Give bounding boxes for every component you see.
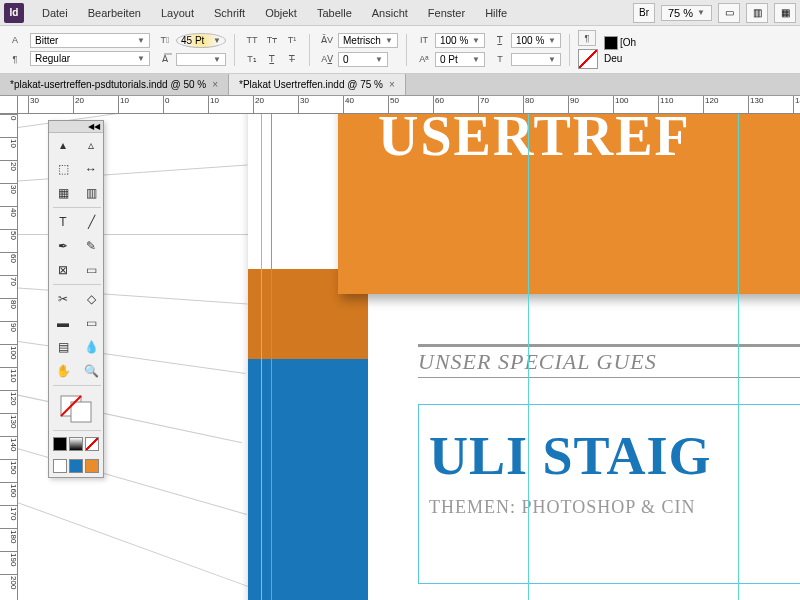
- bleed-view[interactable]: [85, 459, 99, 473]
- fill-swatch[interactable]: [604, 36, 618, 50]
- selection-tool[interactable]: ▴: [49, 133, 77, 157]
- font-family-value: Bitter: [35, 35, 58, 46]
- ruler-tick: 0: [163, 96, 169, 114]
- pen-tool[interactable]: ✒: [49, 234, 77, 258]
- ruler-tick: 130: [0, 413, 18, 428]
- tab-document-2[interactable]: *Plakat Usertreffen.indd @ 75 % ×: [229, 74, 406, 95]
- chevron-down-icon: ▼: [472, 36, 480, 45]
- baseline-dropdown[interactable]: 0 Pt▼: [435, 52, 485, 67]
- separator: [569, 34, 570, 66]
- ruler-origin[interactable]: [0, 96, 18, 114]
- subscript-icon[interactable]: T₁: [243, 51, 261, 67]
- ruler-tick: 20: [253, 96, 264, 114]
- type-tool[interactable]: T: [49, 210, 77, 234]
- vscale-dropdown[interactable]: 100 %▼: [435, 33, 485, 48]
- rectangle-frame-tool[interactable]: ⊠: [49, 258, 77, 282]
- view-mode-button[interactable]: ▭: [718, 3, 740, 23]
- tracking-icon: AV̲: [318, 51, 336, 67]
- separator: [309, 34, 310, 66]
- menubar: Id Datei Bearbeiten Layout Schrift Objek…: [0, 0, 800, 26]
- menu-hilfe[interactable]: Hilfe: [475, 7, 517, 19]
- strikethrough-icon[interactable]: T̶: [283, 51, 301, 67]
- canvas[interactable]: USERTREF 2013 UNSER SPECIAL GUES ULI STA…: [18, 114, 800, 600]
- bridge-button[interactable]: Br: [633, 3, 655, 23]
- kerning-dropdown[interactable]: Metrisch▼: [338, 33, 398, 48]
- note-tool[interactable]: ▤: [49, 335, 77, 359]
- ruler-tick: 100: [0, 344, 18, 359]
- fill-stroke-proxy[interactable]: [49, 388, 105, 428]
- panel-header[interactable]: ◀◀: [49, 121, 103, 133]
- separator: [234, 34, 235, 66]
- ruler-tick: 50: [0, 229, 18, 240]
- character-mode-icon[interactable]: A: [6, 32, 24, 48]
- fill-none-swatch[interactable]: [578, 49, 598, 69]
- apply-none[interactable]: [85, 437, 99, 451]
- menu-datei[interactable]: Datei: [32, 7, 78, 19]
- leading-dropdown[interactable]: ▼: [176, 53, 226, 66]
- preview-view[interactable]: [69, 459, 83, 473]
- screen-mode-button[interactable]: ▥: [746, 3, 768, 23]
- ruler-tick: 90: [568, 96, 579, 114]
- direct-selection-tool[interactable]: ▵: [77, 133, 105, 157]
- skew-dropdown[interactable]: ▼: [511, 53, 561, 66]
- zoom-level-dropdown[interactable]: 75 %▼: [661, 5, 712, 21]
- charstyle-icon[interactable]: ¶: [578, 30, 596, 46]
- apply-gradient[interactable]: [69, 437, 83, 451]
- tracking-dropdown[interactable]: 0▼: [338, 52, 388, 67]
- close-icon[interactable]: ×: [389, 79, 395, 90]
- menu-layout[interactable]: Layout: [151, 7, 204, 19]
- ruler-tick: 30: [28, 96, 39, 114]
- hscale-dropdown[interactable]: 100 %▼: [511, 33, 561, 48]
- tools-panel[interactable]: ◀◀ ▴ ▵ ⬚ ↔ ▦ ▥ T ╱ ✒ ✎ ⊠ ▭ ✂ ◇ ▬ ▭ ▤: [48, 120, 104, 478]
- gradient-feather-tool[interactable]: ▭: [77, 311, 105, 335]
- subheading[interactable]: UNSER SPECIAL GUES: [418, 344, 800, 378]
- pencil-tool[interactable]: ✎: [77, 234, 105, 258]
- close-icon[interactable]: ×: [212, 79, 218, 90]
- ruler-tick: 100: [613, 96, 628, 114]
- scissors-tool[interactable]: ✂: [49, 287, 77, 311]
- ruler-tick: 60: [0, 252, 18, 263]
- content-collector-tool[interactable]: ▦: [49, 181, 77, 205]
- text-frame[interactable]: ULI STAIG THEMEN: PHOTOSHOP & CIN: [418, 404, 800, 584]
- page-tool[interactable]: ⬚: [49, 157, 77, 181]
- gradient-swatch-tool[interactable]: ▬: [49, 311, 77, 335]
- guide-margin[interactable]: [271, 114, 272, 600]
- ruler-tick: 140: [0, 436, 18, 451]
- document-tabs: *plakat-usertreffen-psdtutorials.indd @ …: [0, 74, 800, 96]
- eyedropper-tool[interactable]: 💧: [77, 335, 105, 359]
- font-family-dropdown[interactable]: Bitter▼: [30, 33, 150, 48]
- font-style-dropdown[interactable]: Regular▼: [30, 51, 150, 66]
- rectangle-tool[interactable]: ▭: [77, 258, 105, 282]
- menu-bearbeiten[interactable]: Bearbeiten: [78, 7, 151, 19]
- free-transform-tool[interactable]: ◇: [77, 287, 105, 311]
- menu-schrift[interactable]: Schrift: [204, 7, 255, 19]
- guide-vertical[interactable]: [261, 114, 262, 600]
- superscript-icon[interactable]: T¹: [283, 32, 301, 48]
- smallcaps-icon[interactable]: Tᴛ: [263, 32, 281, 48]
- gap-tool[interactable]: ↔: [77, 157, 105, 181]
- menu-objekt[interactable]: Objekt: [255, 7, 307, 19]
- menu-ansicht[interactable]: Ansicht: [362, 7, 418, 19]
- allcaps-icon[interactable]: TT: [243, 32, 261, 48]
- paragraph-mode-icon[interactable]: ¶: [6, 51, 24, 67]
- guide-vertical[interactable]: [528, 114, 529, 600]
- hand-tool[interactable]: ✋: [49, 359, 77, 383]
- tab-document-1[interactable]: *plakat-usertreffen-psdtutorials.indd @ …: [0, 74, 229, 95]
- normal-view[interactable]: [53, 459, 67, 473]
- zoom-tool[interactable]: 🔍: [77, 359, 105, 383]
- content-placer-tool[interactable]: ▥: [77, 181, 105, 205]
- horizontal-ruler[interactable]: 30 20 10 0 10 20 30 40 50 60 70 80 90 10…: [18, 96, 800, 114]
- underline-icon[interactable]: T̲: [263, 51, 281, 67]
- apply-color[interactable]: [53, 437, 67, 451]
- vertical-ruler[interactable]: 0 10 20 30 40 50 60 70 80 90 100 110 120…: [0, 114, 18, 600]
- ruler-tick: 130: [748, 96, 763, 114]
- font-size-dropdown[interactable]: 45 Pt▼: [176, 33, 226, 48]
- line-tool[interactable]: ╱: [77, 210, 105, 234]
- menu-tabelle[interactable]: Tabelle: [307, 7, 362, 19]
- menu-fenster[interactable]: Fenster: [418, 7, 475, 19]
- chevron-down-icon: ▼: [697, 8, 705, 17]
- guide-vertical[interactable]: [738, 114, 739, 600]
- title-banner: USERTREF 2013: [338, 114, 800, 294]
- chevron-down-icon: ▼: [213, 36, 221, 45]
- arrange-button[interactable]: ▦: [774, 3, 796, 23]
